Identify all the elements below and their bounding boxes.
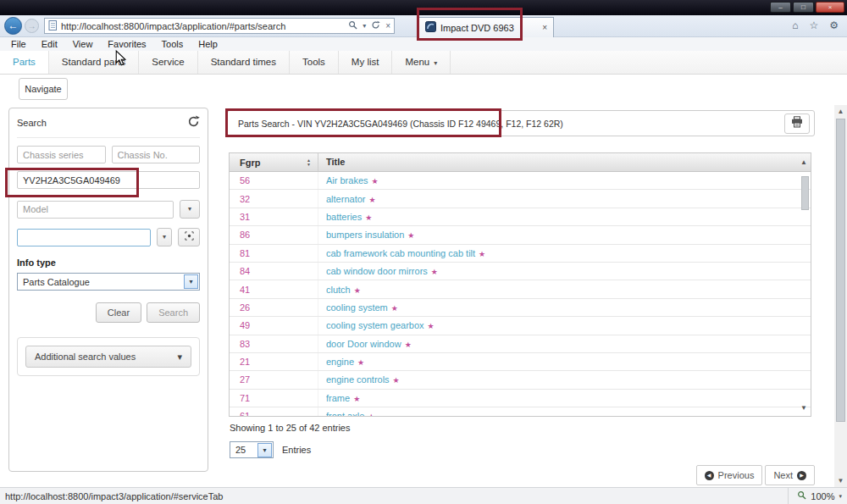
model-dropdown-button[interactable]: ▾ (180, 200, 200, 219)
favorite-star-icon[interactable]: ★ (354, 286, 361, 295)
fgrp-link[interactable]: 27 (240, 374, 250, 385)
search-icon[interactable] (348, 20, 357, 31)
tab-menu[interactable]: Menu▾ (392, 51, 451, 74)
favorite-star-icon[interactable]: ★ (407, 231, 414, 240)
settings-gear-icon[interactable]: ⚙ (829, 19, 839, 31)
title-link[interactable]: batteries (326, 212, 362, 222)
fgrp-link[interactable]: 84 (240, 266, 250, 276)
variant-input[interactable] (17, 229, 151, 246)
menu-file[interactable]: File (3, 39, 34, 49)
favorite-star-icon[interactable]: ★ (368, 196, 375, 204)
forward-button[interactable]: → (25, 19, 39, 33)
maximize-button[interactable]: □ (793, 2, 814, 13)
tab-tools[interactable]: Tools (290, 51, 339, 74)
info-type-select[interactable]: Parts Catalogue ▾ (17, 273, 200, 291)
fgrp-link[interactable]: 41 (240, 285, 250, 295)
favorite-star-icon[interactable]: ★ (479, 250, 485, 258)
browser-tab[interactable]: Impact DVD 6963 × (418, 17, 554, 37)
reset-icon[interactable] (187, 115, 200, 131)
print-button[interactable] (784, 114, 810, 134)
tab-close-icon[interactable]: × (542, 23, 547, 32)
address-bar[interactable]: http://localhost:8800/impact3/applicatio… (44, 18, 395, 34)
favorite-star-icon[interactable]: ★ (365, 213, 372, 222)
search-button[interactable]: Search (147, 302, 200, 323)
back-button[interactable]: ← (4, 17, 22, 35)
fgrp-link[interactable]: 32 (240, 194, 250, 204)
title-link[interactable]: engine (326, 357, 354, 367)
zoom-control[interactable]: 100% ▾ (788, 488, 842, 504)
tab-standard-times[interactable]: Standard times (198, 51, 290, 74)
vin-input[interactable] (17, 171, 200, 189)
chassis-series-input[interactable] (17, 146, 106, 163)
next-page-button[interactable]: Next ▶ (765, 465, 815, 485)
title-link[interactable]: door Door window (326, 339, 401, 349)
scrollbar-down-icon[interactable]: ▼ (834, 477, 847, 485)
chassis-selector-button[interactable] (178, 228, 200, 246)
title-link[interactable]: front axle (326, 411, 364, 417)
tab-my-list[interactable]: My list (339, 51, 393, 74)
autocomplete-caret-icon[interactable]: ▾ (363, 22, 366, 30)
table-scrollbar-thumb[interactable] (801, 176, 809, 210)
home-icon[interactable]: ⌂ (792, 19, 798, 31)
title-link[interactable]: bumpers insulation (326, 230, 404, 240)
title-link[interactable]: cab framework cab mounting cab tilt (326, 248, 475, 258)
fgrp-link[interactable]: 86 (240, 230, 250, 240)
title-link[interactable]: engine controls (326, 374, 390, 385)
fgrp-link[interactable]: 71 (240, 393, 250, 403)
table-scroll-down-icon[interactable]: ▼ (800, 404, 807, 412)
refresh-icon[interactable] (371, 20, 380, 31)
entries-per-page-select[interactable]: 25 ▾ (230, 441, 274, 458)
menu-edit[interactable]: Edit (34, 39, 65, 49)
scrollbar-thumb[interactable] (836, 119, 845, 422)
favorite-star-icon[interactable]: ★ (353, 395, 360, 403)
column-header-title[interactable]: Title (318, 153, 811, 171)
title-link[interactable]: cooling system gearbox (326, 320, 424, 330)
scrollbar-up-icon[interactable]: ▲ (834, 108, 847, 115)
stop-icon[interactable]: × (385, 21, 390, 30)
sort-icon[interactable]: ▲▼ (307, 158, 311, 166)
tab-parts[interactable]: Parts (0, 51, 49, 74)
favorite-star-icon[interactable]: ★ (391, 304, 398, 313)
page-scrollbar[interactable]: ▲ ▼ (834, 105, 847, 487)
url-text[interactable]: http://localhost:8800/impact3/applicatio… (61, 21, 345, 31)
close-window-button[interactable]: × (816, 2, 844, 13)
favorite-star-icon[interactable]: ★ (372, 177, 379, 186)
favorite-star-icon[interactable]: ★ (368, 413, 374, 417)
favorite-star-icon[interactable]: ★ (357, 358, 364, 367)
fgrp-link[interactable]: 83 (240, 339, 250, 349)
menu-favorites[interactable]: Favorites (100, 39, 153, 49)
fgrp-link[interactable]: 49 (240, 320, 250, 330)
menu-view[interactable]: View (65, 39, 101, 49)
minimize-button[interactable]: – (770, 2, 791, 13)
additional-search-values-button[interactable]: Additional search values ▾ (25, 346, 191, 368)
table-scroll-up-icon[interactable]: ▲ (800, 158, 807, 166)
clear-button[interactable]: Clear (96, 302, 141, 323)
fgrp-link[interactable]: 61 (240, 411, 250, 417)
favorite-star-icon[interactable]: ★ (431, 268, 438, 276)
chassis-no-input[interactable] (112, 146, 201, 163)
title-link[interactable]: cab window door mirrors (326, 266, 428, 276)
column-header-fgrp[interactable]: Fgrp ▲▼ (230, 153, 318, 171)
fgrp-cell: 81 (230, 245, 318, 262)
variant-dropdown-button[interactable]: ▾ (157, 228, 172, 246)
favorites-icon[interactable]: ☆ (809, 19, 818, 31)
tab-navigate[interactable]: Navigate (19, 78, 68, 100)
favorite-star-icon[interactable]: ★ (393, 376, 400, 385)
favorite-star-icon[interactable]: ★ (405, 341, 412, 349)
fgrp-link[interactable]: 81 (240, 248, 250, 258)
title-link[interactable]: Air brakes (326, 175, 368, 186)
fgrp-link[interactable]: 56 (240, 175, 250, 186)
previous-page-button[interactable]: ◀ Previous (696, 465, 763, 485)
fgrp-link[interactable]: 31 (240, 212, 250, 222)
tab-service[interactable]: Service (139, 51, 197, 74)
title-link[interactable]: cooling system (326, 302, 388, 313)
favorite-star-icon[interactable]: ★ (428, 322, 435, 330)
fgrp-link[interactable]: 21 (240, 357, 250, 367)
title-link[interactable]: clutch (326, 285, 351, 295)
model-input[interactable] (17, 201, 174, 219)
title-link[interactable]: frame (326, 393, 350, 403)
title-link[interactable]: alternator (326, 194, 365, 204)
fgrp-link[interactable]: 26 (240, 302, 250, 313)
menu-tools[interactable]: Tools (154, 39, 191, 49)
menu-help[interactable]: Help (191, 39, 225, 49)
